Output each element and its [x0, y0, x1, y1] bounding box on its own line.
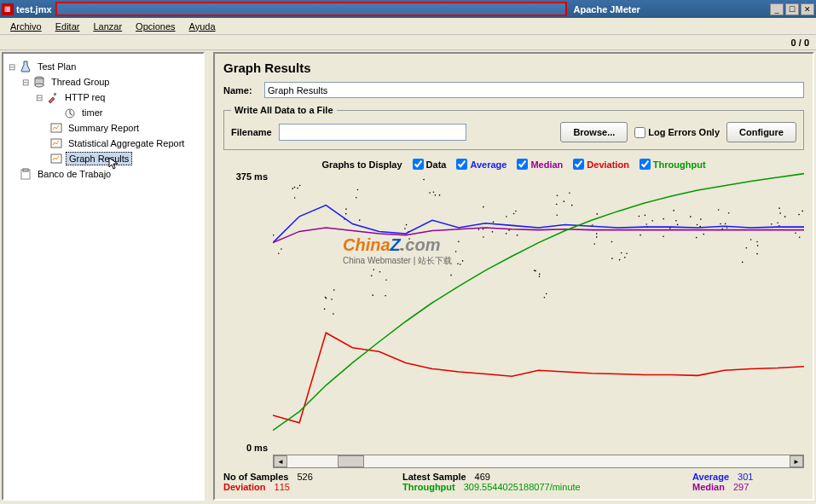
tree-toggle-icon[interactable]: ⊟	[32, 93, 46, 102]
thread-counter: 0 / 0	[791, 38, 809, 48]
menu-editar[interactable]: Editar	[49, 20, 87, 33]
nsamples-label: No of Samples	[223, 472, 288, 482]
close-button[interactable]: ✕	[801, 3, 814, 15]
throughput-label: Throughput	[402, 482, 455, 492]
tree-toggle-icon[interactable]: ⊟	[19, 78, 32, 87]
svg-point-135	[795, 232, 796, 234]
cb-deviation[interactable]	[573, 159, 584, 170]
average-label: Average	[692, 472, 729, 482]
svg-point-111	[700, 218, 702, 220]
svg-point-28	[345, 213, 347, 215]
svg-point-77	[569, 192, 570, 194]
svg-point-109	[697, 224, 698, 226]
tree-graphresults[interactable]: Graph Results	[66, 152, 132, 165]
svg-point-127	[777, 222, 778, 223]
clipboard-icon	[19, 168, 32, 180]
menu-lanzar[interactable]: Lanzar	[86, 20, 129, 33]
configure-button[interactable]: Configure	[726, 122, 796, 142]
svg-point-90	[624, 257, 626, 258]
menu-opciones[interactable]: Opciones	[129, 20, 182, 33]
log-errors-checkbox[interactable]	[634, 127, 645, 138]
tree-timer[interactable]: timer	[79, 107, 105, 119]
svg-point-2	[35, 84, 43, 87]
svg-point-93	[621, 252, 622, 254]
svg-point-14	[273, 235, 274, 236]
tree-httpreq[interactable]: HTTP req	[62, 91, 107, 103]
tree-testplan[interactable]: Test Plan	[35, 61, 78, 72]
svg-rect-9	[23, 169, 28, 171]
svg-point-30	[357, 189, 359, 191]
svg-point-40	[404, 228, 406, 229]
beaker-icon	[19, 61, 32, 72]
svg-point-61	[483, 229, 484, 230]
splitter[interactable]	[206, 50, 211, 502]
svg-point-25	[331, 298, 333, 300]
graphs-label: Graphs to Display	[321, 159, 402, 170]
cb-throughput[interactable]	[639, 159, 651, 170]
tree-statagg[interactable]: Statistical Aggregate Report	[66, 137, 187, 149]
svg-point-81	[557, 194, 558, 196]
svg-point-20	[299, 185, 301, 187]
svg-point-57	[460, 264, 461, 265]
chart-scrollbar[interactable]: ◄ ►	[273, 455, 804, 468]
menu-archivo[interactable]: Archivo	[3, 20, 49, 33]
minimize-button[interactable]: _	[770, 3, 784, 15]
svg-point-70	[539, 275, 541, 277]
cb-median[interactable]	[517, 159, 528, 170]
svg-point-54	[455, 251, 457, 252]
tree-banco[interactable]: Banco de Trabajo	[35, 168, 113, 180]
throughput-value: 309.5544025188077/minute	[464, 482, 581, 492]
svg-point-49	[429, 192, 431, 194]
name-input[interactable]	[264, 82, 804, 98]
svg-point-123	[742, 262, 744, 264]
svg-point-68	[513, 213, 515, 215]
svg-point-35	[385, 279, 387, 281]
deviation-value: 115	[275, 482, 309, 492]
svg-point-101	[669, 228, 671, 229]
svg-point-59	[493, 222, 495, 223]
filename-input[interactable]	[279, 124, 466, 141]
svg-point-114	[728, 212, 730, 214]
svg-point-128	[779, 212, 781, 214]
svg-point-133	[802, 211, 803, 212]
tree-toggle-icon[interactable]: ⊟	[5, 62, 19, 72]
svg-point-130	[798, 214, 800, 216]
latest-label: Latest Sample	[402, 472, 466, 482]
tree-pane[interactable]: ⊟ Test Plan ⊟ Thread Group ⊟ HTTP req ti…	[2, 52, 205, 501]
svg-point-80	[556, 204, 558, 206]
svg-point-82	[593, 243, 595, 245]
write-data-fieldset: Write All Data to a File Filename Browse…	[223, 105, 804, 150]
latest-value: 469	[475, 472, 509, 482]
nsamples-value: 526	[297, 472, 331, 482]
svg-point-74	[534, 269, 535, 271]
maximize-button[interactable]: ☐	[785, 3, 799, 15]
scroll-left-icon[interactable]: ◄	[274, 455, 287, 467]
svg-point-48	[433, 191, 435, 193]
cb-average[interactable]	[456, 159, 467, 170]
svg-point-105	[663, 218, 664, 220]
browse-button[interactable]: Browse...	[560, 122, 628, 142]
menu-ayuda[interactable]: Ayuda	[182, 20, 223, 33]
svg-point-76	[571, 205, 573, 206]
svg-point-24	[333, 313, 334, 315]
window-filename: test.jmx	[16, 4, 52, 14]
tree-summary[interactable]: Summary Report	[66, 122, 142, 134]
svg-point-27	[326, 298, 327, 299]
svg-point-44	[406, 224, 408, 226]
svg-point-58	[483, 206, 484, 208]
cb-data[interactable]	[413, 159, 424, 170]
svg-point-91	[611, 241, 613, 243]
svg-point-67	[517, 235, 518, 236]
svg-point-100	[663, 236, 664, 238]
svg-point-84	[596, 236, 598, 238]
svg-point-21	[294, 197, 296, 199]
svg-point-34	[371, 275, 373, 276]
tree-threadgroup[interactable]: Thread Group	[49, 76, 112, 88]
window-appname: Apache JMeter	[574, 4, 640, 14]
svg-point-73	[546, 293, 547, 295]
results-panel: Graph Results Name: Write All Data to a …	[213, 52, 814, 501]
name-label: Name:	[223, 85, 264, 96]
svg-rect-7	[51, 154, 61, 163]
scroll-thumb[interactable]	[338, 455, 364, 467]
scroll-right-icon[interactable]: ►	[790, 455, 803, 467]
